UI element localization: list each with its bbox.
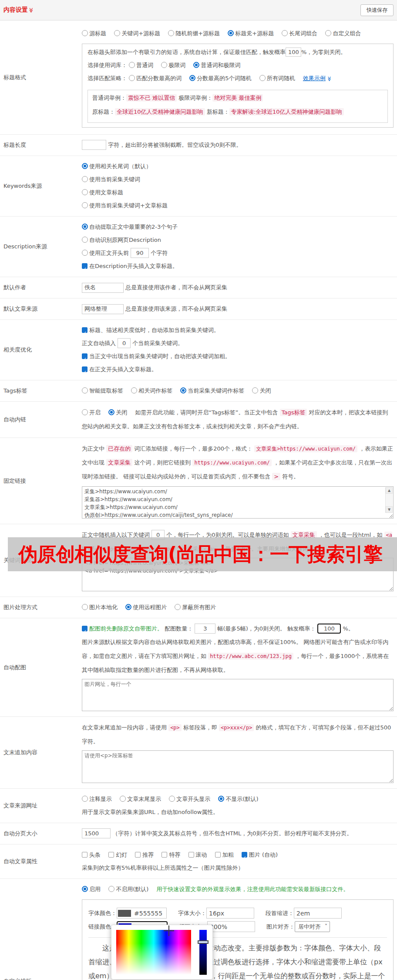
radio-icon[interactable] [129, 62, 135, 68]
radio-smart-tags[interactable]: 智能提取标签 [82, 387, 123, 394]
font-color-value[interactable] [133, 909, 165, 917]
radio-icon-selected[interactable] [82, 886, 88, 892]
brightness-slider[interactable] [199, 930, 207, 975]
radio-icon[interactable] [120, 796, 126, 802]
radio-icon-selected[interactable] [125, 604, 131, 610]
append-content-textarea[interactable] [82, 750, 394, 783]
radio-related-longtail[interactable]: 使用相关长尾词（默认） [82, 160, 394, 173]
title-length-input[interactable] [82, 140, 106, 150]
checkbox-recommend[interactable]: 推荐 [135, 851, 154, 858]
radio-current-keyword-tags[interactable]: 当前采集关键词作标签 [180, 387, 244, 394]
radio-no-display[interactable]: 不显示(默认) [218, 796, 258, 802]
checkbox-icon[interactable] [188, 852, 194, 858]
radio-icon[interactable] [252, 387, 258, 393]
radio-keyword-source-title[interactable]: 关键词+源标题 [114, 30, 160, 37]
radio-icon[interactable] [259, 75, 266, 81]
radio-icon[interactable] [325, 30, 331, 36]
checkbox-icon-checked[interactable] [82, 626, 87, 631]
radio-icon[interactable] [82, 387, 88, 393]
quick-save-button[interactable]: 快速保存 [360, 4, 394, 16]
slider-handle[interactable] [198, 940, 209, 944]
checkbox-bold-keyword[interactable]: 当正文中出现当前采集关键词时，自动把该关键词加粗。 [82, 350, 394, 363]
checkbox-scroll[interactable]: 滚动 [188, 851, 207, 858]
color-picker-popup[interactable] [111, 925, 213, 980]
clickbait-probability-input[interactable] [286, 47, 301, 57]
radio-extreme-words[interactable]: 极限词 [161, 62, 185, 68]
checkbox-icon-checked[interactable] [82, 327, 87, 333]
radio-remote-images[interactable]: 使用远程图片 [125, 604, 167, 610]
radio-icon[interactable] [175, 604, 181, 610]
radio-custom-combo[interactable]: 自定义组合 [325, 30, 361, 37]
checkbox-insert-title-body[interactable]: 在正文开头插入文章标题。 [82, 363, 394, 376]
image-probability-input[interactable] [317, 624, 341, 634]
radio-innerlink-on[interactable]: 开启 [82, 409, 101, 416]
radio-original-description[interactable]: 自动识别原网页Description [82, 234, 394, 247]
radio-all-random[interactable]: 所有词随机 [259, 75, 295, 81]
radio-block-images[interactable]: 屏蔽所有图片 [175, 604, 216, 610]
radio-longtail-combo[interactable]: 长尾词组合 [282, 30, 317, 37]
checkbox-icon-checked[interactable] [82, 366, 87, 372]
radio-icon-selected[interactable] [82, 224, 88, 230]
textarea-scrollbar[interactable]: ▲ ▼ [385, 487, 393, 513]
checkbox-slideshow[interactable]: 幻灯 [108, 851, 127, 858]
radio-icon[interactable] [131, 387, 137, 393]
indent-input[interactable] [294, 908, 342, 919]
radio-icon[interactable] [82, 237, 88, 243]
radio-current-keywords[interactable]: 使用当前采集关键词 [82, 173, 394, 186]
checkbox-headline[interactable]: 头条 [82, 851, 101, 858]
radio-icon[interactable] [282, 30, 288, 36]
radio-end-display[interactable]: 文章末尾显示 [120, 796, 161, 802]
checkbox-icon[interactable] [82, 852, 87, 858]
radio-first-chars[interactable]: 使用正文开头前 个字符 [82, 247, 394, 260]
radio-icon-selected[interactable] [108, 409, 114, 415]
radio-icon[interactable] [82, 604, 88, 610]
radio-icon-selected[interactable] [82, 163, 88, 169]
color-gradient-field[interactable] [116, 930, 191, 975]
font-size-input[interactable] [206, 908, 254, 919]
default-source-input[interactable] [82, 304, 124, 314]
radio-tags-off[interactable]: 关闭 [252, 387, 271, 394]
checkbox-special[interactable]: 特荐 [161, 851, 180, 858]
checkbox-icon[interactable] [161, 852, 167, 858]
image-count-input[interactable] [195, 624, 215, 634]
radio-icon-selected[interactable] [218, 796, 224, 802]
radio-typography-enable[interactable]: 启用 [82, 886, 101, 892]
checkbox-insert-title-description[interactable]: 在Description开头插入文章标题。 [82, 260, 394, 273]
image-align-select[interactable]: 居中对齐 [295, 921, 330, 932]
radio-icon[interactable] [82, 796, 88, 802]
radio-both-words[interactable]: 普通词和极限词 [193, 62, 240, 68]
scroll-down-icon[interactable]: ▼ [386, 506, 393, 513]
radio-related-word-tags[interactable]: 相关词作标签 [131, 387, 172, 394]
radio-normal-words[interactable]: 普通词 [129, 62, 153, 68]
fixed-links-textarea[interactable]: 采集>https://www.ucaiyun.com/ 采集器>https://… [82, 486, 394, 519]
radio-icon-selected[interactable] [228, 30, 234, 36]
checkbox-icon-checked[interactable] [82, 263, 87, 269]
radio-icon[interactable] [82, 202, 88, 208]
page-title[interactable]: 内容设置≫ [3, 6, 34, 14]
checkbox-delete-original-images[interactable]: 配图前先删除原文自带图片。 [82, 625, 163, 632]
checkbox-image-auto[interactable]: 图片 (自动) [242, 851, 278, 858]
radio-start-display[interactable]: 文章开头显示 [169, 796, 210, 802]
radio-icon-selected[interactable] [180, 387, 186, 393]
description-chars-input[interactable] [131, 248, 149, 258]
font-color-input[interactable] [117, 908, 167, 919]
color-crosshair-icon[interactable] [164, 926, 174, 936]
checkbox-icon[interactable] [135, 852, 141, 858]
radio-icon[interactable] [129, 75, 135, 81]
radio-keywords-plus-title[interactable]: 使用当前采集关键词+文章标题 [82, 199, 394, 212]
radio-innerlink-off[interactable]: 关闭 [108, 409, 127, 416]
radio-icon-selected[interactable] [189, 75, 195, 81]
radio-icon[interactable] [108, 886, 114, 892]
insert-count-input[interactable] [118, 338, 131, 348]
radio-icon[interactable] [82, 409, 88, 415]
radio-comment-display[interactable]: 注释显示 [82, 796, 112, 802]
radio-icon[interactable] [168, 30, 174, 36]
default-author-input[interactable] [82, 283, 124, 293]
radio-icon[interactable] [114, 30, 120, 36]
checkbox-bold[interactable]: 加粗 [215, 851, 234, 858]
font-color-swatch[interactable] [118, 910, 131, 917]
radio-icon[interactable] [82, 189, 88, 195]
radio-icon[interactable] [82, 176, 88, 182]
radio-source-title[interactable]: 源标题 [82, 30, 106, 37]
radio-icon[interactable] [82, 250, 88, 256]
